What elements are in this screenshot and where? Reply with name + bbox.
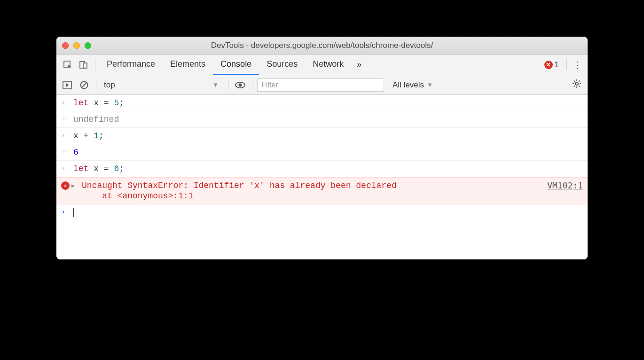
console-text: let x = 5; xyxy=(73,98,583,108)
prompt-input[interactable] xyxy=(73,207,583,218)
zoom-window-button[interactable] xyxy=(85,42,91,49)
settings-icon[interactable] xyxy=(570,79,584,91)
context-label: top xyxy=(104,80,115,90)
log-levels-select[interactable]: All levels ▼ xyxy=(387,80,433,90)
prompt-chevron-icon: › xyxy=(61,207,69,218)
live-expression-icon[interactable] xyxy=(233,78,247,92)
console-input-row: ›let x = 6; xyxy=(56,161,588,177)
console-output[interactable]: ›let x = 5;‹·undefined›x + 1;‹·6›let x =… xyxy=(56,95,588,259)
filter-input[interactable] xyxy=(257,78,384,92)
separator xyxy=(566,59,567,70)
devtools-window: DevTools - developers.google.com/web/too… xyxy=(56,37,588,259)
console-input-row: ›x + 1; xyxy=(56,128,588,144)
error-icon: ✕ xyxy=(61,181,70,190)
levels-label: All levels xyxy=(393,80,424,90)
chevron-down-icon: ▼ xyxy=(212,81,219,88)
svg-line-14 xyxy=(579,86,580,86)
error-icon: ✕ xyxy=(544,61,553,69)
window-title: DevTools - developers.google.com/web/too… xyxy=(56,41,588,50)
console-toolbar: top ▼ All levels ▼ xyxy=(56,75,588,95)
device-toolbar-icon[interactable] xyxy=(76,57,91,72)
toggle-sidebar-icon[interactable] xyxy=(60,78,74,92)
separator xyxy=(96,80,96,90)
console-output-row: ‹·undefined xyxy=(56,111,588,128)
console-text: undefined xyxy=(73,114,583,125)
console-output-row: ‹·6 xyxy=(56,144,588,161)
tab-performance[interactable]: Performance xyxy=(99,55,163,75)
minimize-window-button[interactable] xyxy=(73,42,80,49)
close-window-button[interactable] xyxy=(62,42,69,49)
console-text: x + 1; xyxy=(73,131,583,141)
separator xyxy=(252,80,252,90)
output-chevron-icon: ‹· xyxy=(61,147,69,157)
tab-network[interactable]: Network xyxy=(305,55,351,75)
input-chevron-icon: › xyxy=(61,98,69,108)
titlebar: DevTools - developers.google.com/web/too… xyxy=(56,37,588,55)
console-text: let x = 6; xyxy=(73,164,583,174)
tab-sources[interactable]: Sources xyxy=(259,55,305,75)
console-prompt-row[interactable]: › xyxy=(56,204,588,220)
svg-rect-2 xyxy=(83,63,87,68)
inspect-element-icon[interactable] xyxy=(60,57,75,72)
tab-elements[interactable]: Elements xyxy=(163,55,213,75)
input-chevron-icon: › xyxy=(61,131,69,141)
tabs-container: PerformanceElementsConsoleSourcesNetwork xyxy=(99,55,351,75)
execution-context-select[interactable]: top ▼ xyxy=(101,80,223,90)
disclosure-triangle-icon[interactable]: ▶ xyxy=(71,182,77,189)
separator xyxy=(95,59,95,70)
tabs-overflow-button[interactable]: » xyxy=(352,60,366,70)
svg-line-13 xyxy=(574,81,575,82)
traffic-lights xyxy=(62,42,91,49)
svg-line-16 xyxy=(574,86,575,86)
svg-line-5 xyxy=(82,82,87,87)
svg-point-7 xyxy=(239,83,242,86)
tab-console[interactable]: Console xyxy=(213,55,259,75)
separator xyxy=(228,80,228,90)
svg-point-8 xyxy=(575,82,578,85)
source-link[interactable]: VM102:1 xyxy=(547,180,583,190)
output-chevron-icon: ‹· xyxy=(61,114,69,125)
svg-line-15 xyxy=(579,81,580,82)
input-chevron-icon: › xyxy=(61,164,69,174)
kebab-menu-icon[interactable]: ⋮ xyxy=(571,59,584,70)
error-count-badge[interactable]: ✕ 1 xyxy=(544,60,563,70)
console-input-row: ›let x = 5; xyxy=(56,95,588,111)
console-error-row: ✕▶Uncaught SyntaxError: Identifier 'x' h… xyxy=(56,177,588,204)
clear-console-icon[interactable] xyxy=(77,78,91,92)
console-text: 6 xyxy=(73,147,583,157)
panel-tabbar: PerformanceElementsConsoleSourcesNetwork… xyxy=(56,55,588,75)
chevron-down-icon: ▼ xyxy=(427,81,433,88)
error-message: Uncaught SyntaxError: Identifier 'x' has… xyxy=(82,180,542,201)
error-count: 1 xyxy=(555,60,559,70)
